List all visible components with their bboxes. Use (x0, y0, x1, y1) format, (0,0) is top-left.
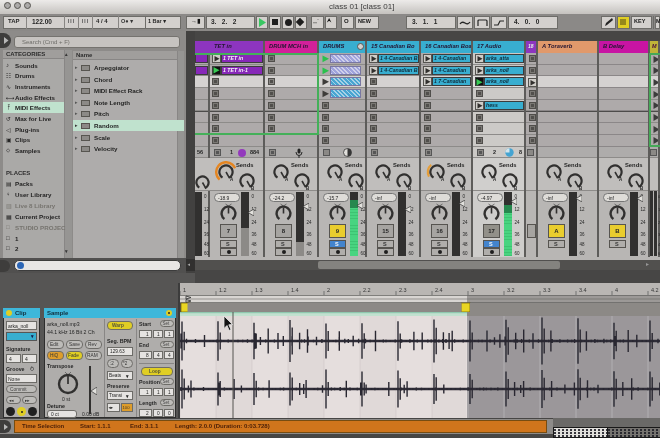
svg-text:1.3: 1.3 (255, 287, 263, 293)
svg-text:2.4: 2.4 (435, 287, 443, 293)
svg-text:1.4: 1.4 (291, 287, 299, 293)
svg-text:3.2: 3.2 (507, 287, 515, 293)
svg-text:2.2: 2.2 (363, 287, 371, 293)
svg-text:1.2: 1.2 (219, 287, 227, 293)
svg-text:1: 1 (183, 287, 186, 293)
svg-text:4: 4 (615, 287, 618, 293)
svg-text:3: 3 (471, 287, 474, 293)
svg-text:2: 2 (327, 287, 330, 293)
svg-text:3.4: 3.4 (579, 287, 587, 293)
svg-text:4.2: 4.2 (651, 287, 659, 293)
svg-text:3.3: 3.3 (543, 287, 551, 293)
svg-text:2.3: 2.3 (399, 287, 407, 293)
